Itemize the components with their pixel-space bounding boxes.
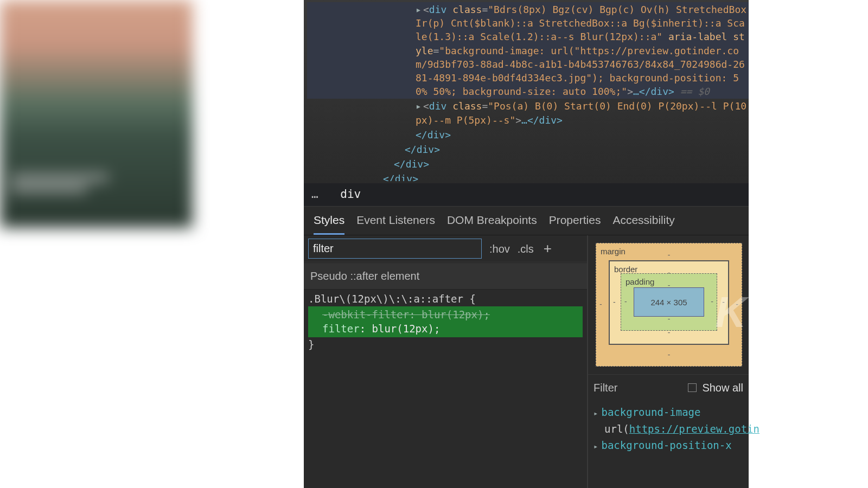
box-model-margin-label: margin	[601, 246, 626, 257]
breadcrumb-ellipsis[interactable]: …	[311, 188, 318, 201]
styles-filter-input[interactable]	[308, 239, 482, 259]
tab-accessibility[interactable]: Accessibility	[612, 212, 674, 235]
computed-filter-label[interactable]: Filter	[593, 380, 682, 395]
box-model[interactable]: margin - - - - border - - - - paddin	[588, 235, 749, 374]
dom-node-selected[interactable]: ▸<div class="Bdrs(8px) Bgz(cv) Bgp(c) Ov…	[307, 2, 749, 99]
tab-styles[interactable]: Styles	[314, 212, 344, 235]
dom-close: </div>	[307, 142, 749, 157]
add-rule-button[interactable]: +	[544, 239, 552, 258]
cls-toggle[interactable]: .cls	[518, 241, 534, 256]
computed-filter-row: Filter Show all	[588, 374, 749, 401]
elements-tree[interactable]: ▸<div class="Bdrs(8px) Bgz(cv) Bgp(c) Ov…	[304, 0, 749, 183]
section-pseudo-after: Pseudo ::after element	[304, 262, 587, 290]
expand-arrow-icon[interactable]: ▸	[593, 408, 598, 419]
css-rule[interactable]: .Blur\(12px\)\:\:a::after { -webkit-filt…	[304, 290, 587, 488]
breadcrumb-current[interactable]: div	[340, 188, 361, 201]
tag-name: div	[429, 4, 447, 15]
dom-close: </div>	[307, 171, 749, 181]
styles-filter-row: :hov .cls +	[304, 235, 587, 262]
hov-toggle[interactable]: :hov	[489, 241, 510, 256]
devtools-panel: ▸<div class="Bdrs(8px) Bgz(cv) Bgp(c) Ov…	[304, 0, 749, 488]
breadcrumb-bar[interactable]: … div	[304, 183, 749, 206]
show-all-checkbox[interactable]	[688, 383, 697, 392]
dom-node[interactable]: ▸<div class="Pos(a) B(0) Start(0) End(0)…	[307, 99, 749, 127]
declaration-filter[interactable]: filter: blur(12px);	[322, 322, 583, 336]
preview-placeholder-lines	[11, 175, 108, 198]
styles-tabs: Styles Event Listeners DOM Breakpoints P…	[304, 206, 749, 235]
tab-event-listeners[interactable]: Event Listeners	[356, 212, 435, 235]
computed-column: margin - - - - border - - - - paddin	[587, 235, 749, 488]
preview-image-card	[0, 0, 193, 228]
computed-prop-background-position-x[interactable]: ▸background-position-x	[593, 437, 743, 454]
declaration-webkit-filter[interactable]: -webkit-filter: blur(12px);	[322, 307, 583, 322]
show-all-label[interactable]: Show all	[702, 380, 743, 395]
tab-properties[interactable]: Properties	[549, 212, 601, 235]
box-model-content-size: 244 × 305	[650, 297, 687, 308]
computed-prop-background-image[interactable]: ▸background-image	[593, 404, 743, 421]
computed-prop-value: url(https://preview.gotin	[593, 421, 743, 438]
rule-close-brace: }	[308, 337, 583, 352]
dom-close: </div>	[307, 127, 749, 142]
computed-properties-list[interactable]: ▸background-image url(https://preview.go…	[588, 401, 749, 465]
box-model-padding-label: padding	[626, 276, 654, 287]
tab-dom-breakpoints[interactable]: DOM Breakpoints	[447, 212, 537, 235]
dom-close: </div>	[307, 157, 749, 171]
expand-arrow-icon[interactable]: ▸	[593, 441, 598, 452]
computed-url-link[interactable]: https://preview.gotin	[629, 423, 760, 435]
rule-selector: .Blur\(12px\)\:\:a::after {	[308, 292, 583, 306]
